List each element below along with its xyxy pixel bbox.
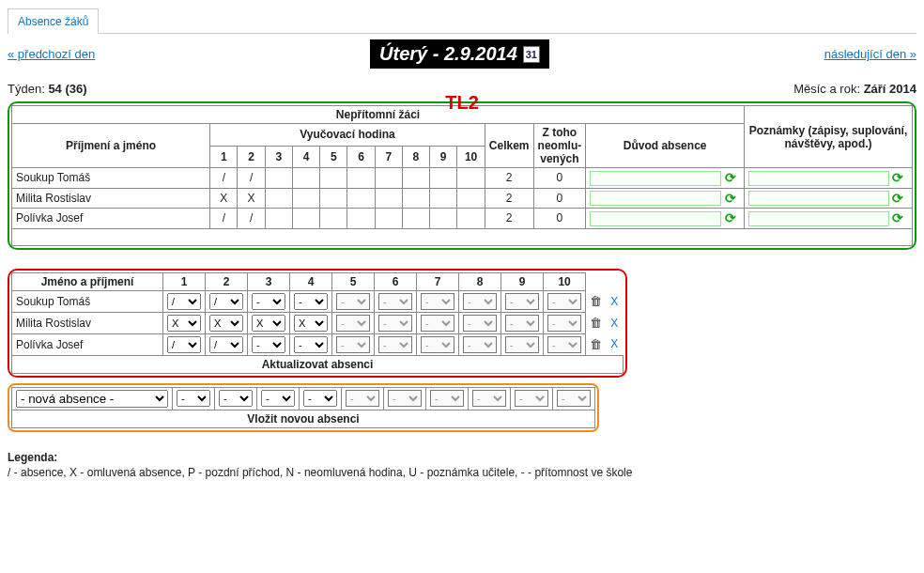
trash-icon[interactable]: 🗑 [590, 294, 602, 308]
period-select[interactable]: - [177, 390, 210, 407]
period-select[interactable]: / [167, 293, 201, 310]
period-select[interactable]: - [261, 390, 295, 407]
header-period: 6 [347, 146, 375, 168]
reason-input[interactable] [590, 211, 721, 226]
week-info: Týden: 54 (36) [8, 82, 87, 96]
total-cell: 2 [485, 168, 533, 189]
unexcused-cell: 0 [533, 168, 586, 189]
refresh-icon[interactable]: ⟳ [725, 170, 736, 185]
tab-absence[interactable]: Absence žáků [8, 8, 99, 34]
absent-students-table: Nepřítomní žáciPoznámky (zápisy, suplová… [11, 105, 913, 246]
period-select[interactable]: - [252, 336, 285, 353]
month-info: Měsíc a rok: Září 2014 [793, 82, 916, 96]
period-cell [265, 168, 292, 189]
prev-day-link[interactable]: « předchozí den [8, 47, 95, 61]
new-absence-panel: - nová absence -----------Vložit novou a… [8, 383, 599, 432]
next-day-link[interactable]: následující den » [824, 47, 916, 61]
refresh-icon[interactable]: ⟳ [725, 210, 736, 225]
header-name: Příjmení a jméno [12, 124, 210, 168]
refresh-icon[interactable]: ⟳ [725, 191, 736, 206]
trash-icon[interactable]: 🗑 [590, 337, 602, 351]
new-absence-name-select[interactable]: - nová absence - [16, 390, 168, 408]
period-select[interactable]: X [294, 315, 328, 332]
period-select[interactable]: - [346, 390, 379, 407]
period-cell [430, 168, 457, 189]
student-name: Soukup Tomáš [12, 168, 210, 189]
period-select[interactable]: - [463, 336, 497, 353]
period-select[interactable]: - [421, 315, 454, 332]
refresh-icon[interactable]: ⟳ [892, 170, 903, 185]
notes-input[interactable] [748, 171, 889, 186]
period-select[interactable]: - [515, 390, 548, 407]
period-select[interactable]: - [421, 336, 454, 353]
period-select[interactable]: - [547, 293, 581, 310]
header-lessons: Vyučovací hodina [210, 124, 485, 147]
period-cell [320, 168, 347, 189]
period-select[interactable]: - [472, 390, 506, 407]
period-select[interactable]: - [505, 315, 539, 332]
x-icon[interactable]: X [610, 295, 618, 308]
period-select[interactable]: - [388, 390, 422, 407]
reason-input[interactable] [590, 191, 721, 206]
period-cell [292, 188, 319, 209]
period-select[interactable]: - [547, 336, 581, 353]
header-period: 5 [320, 146, 347, 168]
refresh-icon[interactable]: ⟳ [892, 210, 903, 225]
period-cell [347, 209, 375, 229]
table-row: Soukup Tomáš//20 ⟳ ⟳ [12, 168, 913, 189]
header-name: Jméno a příjmení [12, 272, 163, 290]
annotation-label: TL2 [445, 92, 479, 114]
period-cell: / [210, 209, 238, 229]
period-select[interactable]: / [209, 336, 243, 353]
period-select[interactable]: X [252, 315, 285, 332]
header-period: 8 [459, 272, 501, 290]
student-name: Milita Rostislav [12, 188, 210, 209]
period-select[interactable]: X [209, 315, 243, 332]
insert-absence-button[interactable]: Vložit novou absenci [12, 410, 595, 427]
period-select[interactable]: - [378, 315, 412, 332]
period-select[interactable]: - [421, 293, 454, 310]
period-select[interactable]: - [505, 336, 539, 353]
calendar-icon[interactable]: 31 [523, 46, 540, 63]
period-select[interactable]: - [336, 336, 370, 353]
update-absence-button[interactable]: Aktualizovat absenci [12, 355, 624, 373]
header-period: 4 [290, 272, 332, 290]
period-select[interactable]: - [378, 336, 412, 353]
trash-icon[interactable]: 🗑 [590, 316, 602, 330]
header-period: 7 [375, 146, 402, 168]
reason-input[interactable] [590, 171, 721, 186]
period-select[interactable]: - [505, 293, 539, 310]
table-row: - nová absence ----------- [12, 387, 595, 410]
period-select[interactable]: - [336, 315, 370, 332]
period-select[interactable]: - [294, 336, 328, 353]
period-select[interactable]: / [167, 336, 201, 353]
period-select[interactable]: X [167, 315, 201, 332]
period-select[interactable]: - [219, 390, 253, 407]
header-period: 1 [163, 272, 206, 290]
table-row: Soukup Tomáš//--------🗑X [12, 290, 624, 312]
period-cell [347, 188, 375, 209]
x-icon[interactable]: X [610, 337, 618, 350]
period-select[interactable]: - [463, 315, 497, 332]
period-cell [375, 168, 402, 189]
period-select[interactable]: - [463, 293, 497, 310]
notes-input[interactable] [748, 211, 889, 226]
legend-title: Legenda: [8, 451, 916, 464]
period-select[interactable]: - [294, 293, 328, 310]
refresh-icon[interactable]: ⟳ [892, 191, 903, 206]
period-select[interactable]: - [252, 293, 285, 310]
student-name: Milita Rostislav [12, 312, 163, 333]
header-period: 2 [238, 146, 265, 168]
x-icon[interactable]: X [610, 317, 618, 330]
edit-absence-panel: Jméno a příjmení12345678910Soukup Tomáš/… [8, 269, 627, 378]
notes-input[interactable] [748, 191, 889, 206]
period-select[interactable]: - [547, 315, 581, 332]
period-select[interactable]: - [557, 390, 591, 407]
period-select[interactable]: - [336, 293, 370, 310]
absent-students-panel: Nepřítomní žáciPoznámky (zápisy, suplová… [8, 101, 916, 250]
period-select[interactable]: - [378, 293, 412, 310]
period-select[interactable]: - [303, 390, 337, 407]
student-name: Soukup Tomáš [12, 290, 163, 312]
period-select[interactable]: - [430, 390, 464, 407]
period-select[interactable]: / [209, 293, 243, 310]
